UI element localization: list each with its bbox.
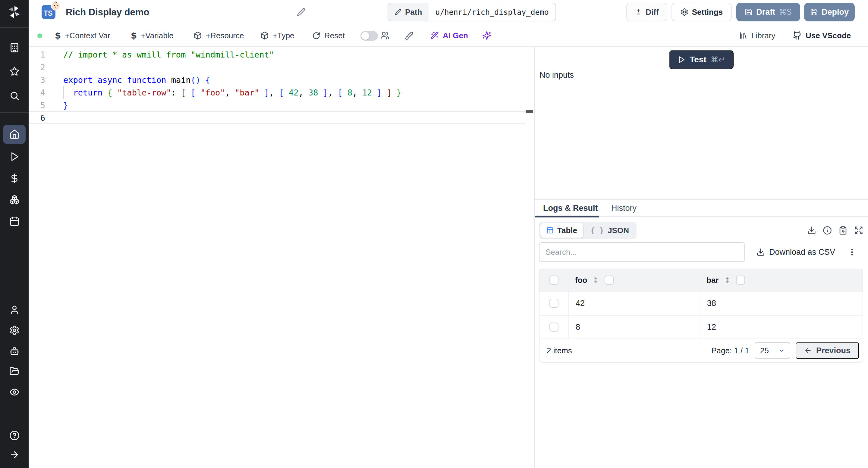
- view-option-json[interactable]: { } JSON: [584, 223, 635, 238]
- active-tab-underline: [535, 215, 599, 218]
- sidebar-item-runs[interactable]: [0, 147, 29, 166]
- sparkles-icon[interactable]: [482, 25, 491, 46]
- code-line[interactable]: 4 return { "table-row": [ [ "foo", "bar"…: [29, 86, 526, 99]
- table-menu-kebab[interactable]: [847, 247, 857, 257]
- code-token: ,: [299, 88, 308, 97]
- select-all-checkbox[interactable]: [550, 275, 558, 285]
- sidebar-divider: [0, 112, 29, 113]
- column-bar-checkbox[interactable]: [736, 275, 745, 285]
- no-inputs-text: No inputs: [539, 70, 574, 80]
- add-resource-button[interactable]: +Resource: [193, 25, 244, 46]
- use-vscode-button[interactable]: Use VScode: [793, 25, 851, 46]
- previous-label: Previous: [816, 346, 850, 355]
- code-token: {: [205, 75, 210, 85]
- line-number: 4: [29, 88, 63, 97]
- edit-title-pencil-icon[interactable]: [297, 8, 305, 16]
- sidebar-item-favorites[interactable]: [0, 62, 29, 81]
- code-lines: 1// import * as wmill from "windmill-cli…: [29, 48, 533, 124]
- code-token: "table-row": [117, 88, 171, 97]
- view-option-table[interactable]: Table: [540, 223, 583, 238]
- result-action-icons: [807, 222, 863, 239]
- row-checkbox[interactable]: [550, 299, 558, 308]
- add-type-button[interactable]: +Type: [260, 25, 294, 46]
- line-number: 3: [29, 75, 63, 85]
- sidebar-item-resources[interactable]: [0, 190, 29, 209]
- sort-icon[interactable]: [592, 276, 600, 284]
- sidebar-item-help[interactable]: [0, 426, 29, 445]
- code-token: }: [397, 88, 401, 97]
- ai-gen-button[interactable]: AI Gen: [430, 25, 468, 46]
- column-header-bar: bar: [707, 275, 718, 285]
- arrow-left-icon: [804, 347, 812, 355]
- code-line[interactable]: 2: [29, 61, 526, 73]
- windmill-logo[interactable]: [0, 3, 29, 21]
- tab-history[interactable]: History: [611, 200, 637, 216]
- column-header-foo: foo: [575, 275, 587, 285]
- sidebar-item-audit-logs[interactable]: [0, 382, 29, 402]
- add-variable-button[interactable]: $ +Variable: [131, 25, 174, 46]
- code-line[interactable]: 1// import * as wmill from "windmill-cli…: [29, 48, 526, 61]
- code-line[interactable]: 3export async function main() {: [29, 73, 526, 86]
- code-token: [: [191, 88, 195, 97]
- library-button[interactable]: Library: [739, 25, 775, 46]
- code-token: ,: [328, 88, 338, 97]
- sidebar-item-search[interactable]: [0, 86, 29, 105]
- sidebar-item-variables[interactable]: [0, 169, 29, 188]
- test-button[interactable]: Test ⌘↵: [669, 50, 734, 69]
- dollar-icon: $: [131, 30, 137, 41]
- deploy-button[interactable]: Deploy: [804, 3, 855, 22]
- eye-icon: [9, 387, 20, 397]
- code-token: 42: [289, 88, 299, 97]
- code-line[interactable]: 5}: [29, 99, 526, 111]
- settings-button[interactable]: Settings: [672, 3, 732, 22]
- download-icon[interactable]: [807, 226, 816, 235]
- code-editor[interactable]: 1// import * as wmill from "windmill-cli…: [29, 47, 533, 468]
- sidebar-item-workers[interactable]: [0, 341, 29, 361]
- multiplayer-toggle[interactable]: [361, 31, 378, 41]
- page-indicator: Page: 1 / 1: [711, 346, 749, 355]
- line-number: 5: [29, 101, 63, 110]
- code-text: export async function main() {: [63, 75, 210, 85]
- code-line[interactable]: 6: [29, 111, 526, 124]
- code-token: ,: [352, 88, 362, 97]
- column-foo-checkbox[interactable]: [604, 275, 614, 285]
- calendar-icon: [9, 216, 20, 227]
- multiplayer-users-icon[interactable]: [380, 25, 390, 46]
- draft-button[interactable]: Draft ⌘S: [736, 3, 800, 22]
- cell-bar-0: 38: [700, 292, 863, 315]
- sidebar-item-schedules[interactable]: [0, 212, 29, 231]
- sidebar-item-home[interactable]: [3, 125, 26, 144]
- sort-icon[interactable]: [723, 276, 731, 284]
- path-button[interactable]: Path u/henri/rich_display_demo: [388, 3, 556, 22]
- diff-button[interactable]: Diff: [626, 3, 667, 22]
- search-input[interactable]: [539, 242, 745, 262]
- format-brush-icon[interactable]: [404, 25, 413, 46]
- use-vscode-label: Use VScode: [806, 31, 851, 40]
- tab-logs-result[interactable]: Logs & Result: [543, 200, 598, 216]
- previous-page-button[interactable]: Previous: [796, 342, 859, 359]
- clipboard-copy-icon[interactable]: [838, 226, 847, 235]
- page-size-value: 25: [760, 346, 769, 355]
- sidebar-divider: [0, 27, 29, 28]
- code-token: :: [171, 88, 181, 97]
- table-row: 8 12: [539, 315, 863, 339]
- folder-open-icon: [9, 366, 20, 376]
- sidebar-item-workspace[interactable]: [0, 38, 29, 57]
- code-token: 38: [308, 88, 318, 97]
- add-context-var-button[interactable]: $ +Context Var: [55, 25, 110, 46]
- sidebar-item-folders[interactable]: [0, 362, 29, 381]
- sidebar-item-collapse[interactable]: [0, 445, 29, 464]
- result-tabbar: Logs & Result History: [535, 199, 868, 217]
- sidebar-item-user[interactable]: [0, 300, 29, 320]
- arrow-right-icon: [9, 449, 20, 460]
- sidebar: [0, 0, 29, 468]
- sidebar-item-settings[interactable]: [0, 321, 29, 340]
- row-checkbox[interactable]: [550, 323, 558, 332]
- expand-icon[interactable]: [854, 226, 863, 235]
- view-segmented-control: Table { } JSON: [539, 222, 637, 239]
- reset-button[interactable]: Reset: [312, 25, 345, 46]
- page-size-select[interactable]: 25: [755, 342, 790, 359]
- info-icon[interactable]: [823, 226, 832, 235]
- download-csv-button[interactable]: Download as CSV: [756, 242, 835, 262]
- code-text: }: [63, 101, 68, 110]
